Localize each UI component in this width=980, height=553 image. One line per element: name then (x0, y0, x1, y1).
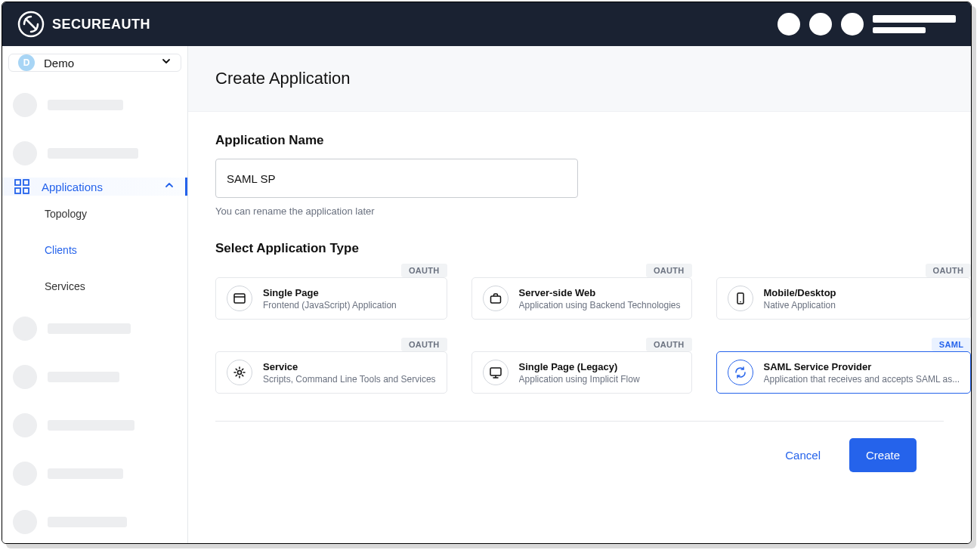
apptype-title: Single Page (Legacy) (519, 361, 681, 372)
apptype-text: Single PageFrontend (JavaScript) Applica… (263, 287, 436, 310)
brand-logo[interactable]: SECUREAUTH (17, 11, 150, 38)
gear-icon (227, 360, 252, 385)
svg-rect-4 (23, 188, 29, 193)
apptype-text: Mobile/DesktopNative Application (764, 287, 960, 310)
app-container: SECUREAUTH D Demo (2, 2, 972, 544)
apptype-text: Server-side WebApplication using Backend… (519, 287, 681, 310)
sidebar-item-placeholder[interactable] (2, 359, 187, 395)
apptype-card[interactable]: Single PageFrontend (JavaScript) Applica… (215, 277, 447, 320)
svg-rect-2 (23, 180, 29, 185)
apptype-desc: Application that receives and accepts SA… (764, 374, 960, 385)
applications-subnav: Topology Clients Services (2, 196, 187, 304)
apptype-card-wrap: SAMLSAML Service ProviderApplication tha… (716, 351, 972, 394)
apptype-grid: OAUTHSingle PageFrontend (JavaScript) Ap… (215, 277, 944, 394)
brand-name: SECUREAUTH (52, 17, 150, 32)
apptype-card[interactable]: SAML Service ProviderApplication that re… (716, 351, 972, 394)
apptype-title: Service (263, 361, 436, 372)
apptype-desc: Application using Implicit Flow (519, 374, 681, 385)
appname-hint: You can rename the application later (215, 205, 944, 217)
svg-rect-1 (15, 180, 20, 185)
apptype-card[interactable]: Single Page (Legacy)Application using Im… (471, 351, 692, 394)
apptype-badge: OAUTH (646, 338, 692, 351)
svg-rect-3 (15, 188, 20, 193)
window-icon (227, 286, 252, 311)
sidebar-item-placeholder[interactable] (2, 504, 187, 540)
apptype-badge: OAUTH (646, 264, 692, 277)
mobile-icon (728, 286, 753, 311)
brand-mark-icon (17, 11, 45, 38)
topbar-right (778, 13, 956, 36)
svg-point-9 (740, 301, 741, 303)
workspace-selector[interactable]: D Demo (8, 54, 181, 72)
topbar-action-1[interactable] (778, 13, 800, 36)
apptype-desc: Scripts, Command Line Tools and Services (263, 374, 436, 385)
apptype-card[interactable]: Mobile/DesktopNative Application (716, 277, 972, 320)
apptype-card-wrap: OAUTHMobile/DesktopNative Application (716, 277, 972, 320)
apptype-badge: OAUTH (401, 338, 447, 351)
topbar: SECUREAUTH (2, 2, 971, 46)
sidebar-item-applications[interactable]: Applications (2, 178, 187, 196)
exchange-icon (728, 360, 753, 385)
apptype-text: Single Page (Legacy)Application using Im… (519, 361, 681, 385)
workspace-name: Demo (44, 57, 74, 70)
svg-rect-5 (234, 294, 245, 303)
apptype-text: ServiceScripts, Command Line Tools and S… (263, 361, 436, 385)
topbar-avatar[interactable] (841, 13, 864, 36)
apptype-badge: SAML (932, 338, 971, 351)
subnav-services[interactable]: Services (45, 268, 187, 304)
cancel-button[interactable]: Cancel (774, 441, 831, 469)
apptype-badge: OAUTH (926, 264, 971, 277)
svg-rect-11 (490, 368, 501, 375)
topbar-action-2[interactable] (809, 13, 832, 36)
create-button[interactable]: Create (849, 438, 917, 472)
grid-icon (13, 178, 31, 196)
apptype-badge: OAUTH (401, 264, 447, 277)
sidebar-item-label: Applications (42, 181, 103, 193)
workspace-badge: D (18, 54, 35, 71)
content: Create Application Application Name You … (188, 46, 971, 543)
apptype-desc: Native Application (764, 300, 960, 310)
apptype-card-wrap: OAUTHSingle PageFrontend (JavaScript) Ap… (215, 277, 447, 320)
apptype-title: Single Page (263, 287, 436, 298)
svg-point-10 (238, 371, 242, 375)
apptype-desc: Application using Backend Technologies (519, 300, 681, 310)
apptype-title: Mobile/Desktop (764, 287, 960, 298)
footer-bar: Cancel Create (215, 421, 944, 489)
briefcase-icon (483, 286, 509, 311)
sidebar-item-placeholder[interactable] (2, 135, 187, 171)
apptype-card[interactable]: Server-side WebApplication using Backend… (471, 277, 692, 320)
sidebar-item-placeholder[interactable] (2, 456, 187, 492)
svg-rect-7 (490, 296, 500, 303)
sidebar-item-placeholder[interactable] (2, 407, 187, 443)
apptype-card-wrap: OAUTHServer-side WebApplication using Ba… (471, 277, 692, 320)
apptype-card[interactable]: ServiceScripts, Command Line Tools and S… (215, 351, 447, 394)
chevron-up-icon (164, 180, 175, 193)
sidebar-item-placeholder[interactable] (2, 87, 187, 123)
form-area: Application Name You can rename the appl… (188, 112, 971, 543)
subnav-clients[interactable]: Clients (45, 232, 187, 268)
appname-input[interactable] (215, 159, 578, 198)
appname-label: Application Name (215, 133, 944, 148)
apptype-label: Select Application Type (215, 241, 944, 256)
apptype-title: SAML Service Provider (764, 361, 960, 372)
sidebar: D Demo (2, 46, 188, 543)
page-header: Create Application (188, 46, 971, 112)
apptype-desc: Frontend (JavaScript) Application (263, 300, 436, 310)
apptype-card-wrap: OAUTHSingle Page (Legacy)Application usi… (471, 351, 692, 394)
monitor-icon (483, 360, 509, 385)
sidebar-item-placeholder[interactable] (2, 310, 187, 347)
topbar-user-info (873, 15, 956, 33)
subnav-topology[interactable]: Topology (45, 196, 187, 232)
chevron-down-icon (161, 56, 172, 70)
apptype-title: Server-side Web (519, 287, 681, 298)
apptype-text: SAML Service ProviderApplication that re… (764, 361, 960, 385)
page-title: Create Application (215, 69, 944, 88)
apptype-card-wrap: OAUTHServiceScripts, Command Line Tools … (215, 351, 447, 394)
